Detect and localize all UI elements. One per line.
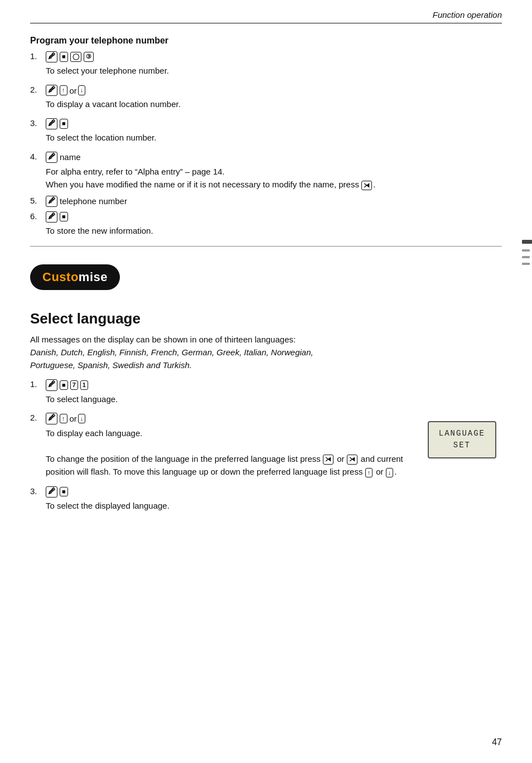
sidebar-bar-1 (522, 240, 532, 244)
down-icon-l2b: ↓ (386, 468, 394, 477)
name-label-4: name (60, 152, 81, 162)
step-3-description: To select the location number. (46, 132, 156, 144)
step-3-icons: 🖉 ■ (46, 118, 69, 129)
desc-line-1: All messages on the display can be shown… (30, 335, 296, 344)
or-text-l2: or (70, 414, 77, 423)
press-icon-l2b: ⧕ (347, 455, 357, 464)
lang-step-2-desc: To display each language. To change the … (30, 427, 502, 482)
step-2-description: To display a vacant location number. (46, 98, 181, 110)
lang-step-3-icons: 🖉 ■ (46, 486, 69, 498)
step-2-content: 🖉 ↑ or ↓ (46, 85, 502, 96)
program-step-3: 3. 🖉 ■ (30, 118, 502, 129)
press-icon-l2a: ⧕ (323, 455, 333, 464)
customise-banner-container: Customise (30, 254, 502, 300)
sidebar-decoration (522, 240, 532, 265)
customise-highlight: Custo (42, 270, 79, 284)
step-num-5: 5. (30, 196, 46, 205)
step-1-description: To select your telephone number. (46, 65, 169, 77)
customise-rest: mise (79, 270, 108, 284)
step-6-description: To store the new information. (46, 225, 153, 237)
program-section: Program your telephone number 1. 🖉 ■ ◯ ③… (30, 36, 502, 240)
hand-icon-l3: 🖉 (46, 486, 57, 498)
step-1-content: 🖉 ■ ◯ ③ (46, 51, 502, 62)
menu-icon-1: ■ (60, 52, 68, 61)
desc-line-3: Portuguese, Spanish, Swedish and Turkish… (30, 360, 192, 370)
program-step-1: 1. 🖉 ■ ◯ ③ (30, 51, 502, 62)
program-step-2-desc: To display a vacant location number. (30, 98, 502, 114)
lang-step-num-2: 2. (30, 413, 46, 422)
step-num-3: 3. (30, 118, 46, 128)
num3-icon-1: ③ (84, 52, 94, 61)
lang-step-3: 3. 🖉 ■ (30, 486, 502, 498)
lang-step-num-3: 3. (30, 486, 46, 496)
select-language-section: Select language All messages on the disp… (30, 310, 502, 515)
lang-step-1-description: To select language. (46, 393, 118, 405)
program-step-3-desc: To select the location number. (30, 132, 502, 147)
step-4-description: For alpha entry, refer to “Alpha entry” … (46, 165, 375, 191)
desc-line-2: Danish, Dutch, English, Finnish, French,… (30, 347, 313, 357)
lang-step-2-description: To display each language. To change the … (46, 427, 502, 479)
program-section-title: Program your telephone number (30, 36, 502, 46)
hand-icon-4: 🖉 (46, 152, 57, 163)
sidebar-bar-2 (522, 249, 530, 252)
step-5-icons: 🖉 telephone number (46, 196, 127, 207)
step-num-2: 2. (30, 85, 46, 94)
up-icon-l2: ↑ (60, 414, 67, 423)
menu-icon-3: ■ (60, 119, 68, 128)
up-icon-l2b: ↑ (365, 468, 373, 477)
or-text-2: or (70, 86, 77, 95)
hand-icon-3: 🖉 (46, 118, 57, 129)
num1-icon-l1: 1 (80, 380, 88, 390)
lang-step-3-content: 🖉 ■ (46, 486, 502, 498)
menu-icon-6: ■ (60, 212, 68, 221)
down-icon-l2: ↓ (78, 414, 86, 423)
step-4-content: 🖉 name (46, 152, 502, 163)
program-step-4-desc: For alpha entry, refer to “Alpha entry” … (30, 165, 502, 195)
page-number: 47 (492, 737, 502, 747)
hand-icon-2: 🖉 (46, 85, 57, 96)
lang-step-1: 1. 🖉 ■ 7 1 (30, 379, 502, 390)
step-6-icons: 🖉 ■ (46, 211, 69, 223)
num7-icon-l1: 7 (70, 380, 78, 390)
customise-banner: Customise (30, 264, 120, 290)
step-4-icons: 🖉 name (46, 152, 81, 163)
step-1-icons: 🖉 ■ ◯ ③ (46, 51, 95, 62)
program-step-5: 5. 🖉 telephone number (30, 196, 502, 207)
lang-step-3-description: To select the displayed language. (46, 500, 170, 512)
sidebar-bar-3 (522, 256, 530, 258)
hand-icon-l1: 🖉 (46, 379, 57, 390)
program-steps-list: 1. 🖉 ■ ◯ ③ To select your telephone numb… (30, 51, 502, 240)
step-num-4: 4. (30, 152, 46, 161)
select-language-title: Select language (30, 310, 502, 327)
hand-icon-1: 🖉 (46, 51, 57, 62)
lang-step-1-content: 🖉 ■ 7 1 (46, 379, 502, 390)
lcd-display: LANGUAGE SET (428, 421, 496, 458)
lang-step-3-desc: To select the displayed language. (30, 500, 502, 515)
sidebar-bar-4 (522, 263, 530, 265)
lcd-line-2: SET (439, 440, 485, 452)
step-5-content: 🖉 telephone number (46, 196, 502, 207)
hand-icon-l2: 🖉 (46, 413, 57, 424)
step-num-1: 1. (30, 51, 46, 61)
program-step-2: 2. 🖉 ↑ or ↓ (30, 85, 502, 96)
select-language-description: All messages on the display can be shown… (30, 333, 502, 372)
step-3-content: 🖉 ■ (46, 118, 502, 129)
press-icon-4: ⧕ (361, 181, 372, 190)
step-2-icons: 🖉 ↑ or ↓ (46, 85, 86, 96)
hand-icon-5: 🖉 (46, 196, 57, 207)
step-num-6: 6. (30, 211, 46, 221)
hand-icon-6: 🖉 (46, 211, 57, 223)
down-icon-2: ↓ (78, 85, 86, 95)
page: Function operation Program your telephon… (0, 0, 532, 763)
program-step-4: 4. 🖉 name (30, 152, 502, 163)
select-lang-steps-list: 1. 🖉 ■ 7 1 To select language. 2. (30, 379, 502, 515)
menu-icon-l3: ■ (60, 487, 68, 496)
circle-icon-1: ◯ (70, 52, 81, 61)
up-icon-2: ↑ (60, 85, 67, 95)
divider-1 (30, 246, 502, 247)
program-step-1-desc: To select your telephone number. (30, 65, 502, 80)
page-header: Function operation (30, 10, 502, 23)
telephone-label-5: telephone number (60, 196, 127, 206)
lang-step-1-desc: To select language. (30, 393, 502, 409)
lang-step-1-icons: 🖉 ■ 7 1 (46, 379, 89, 390)
